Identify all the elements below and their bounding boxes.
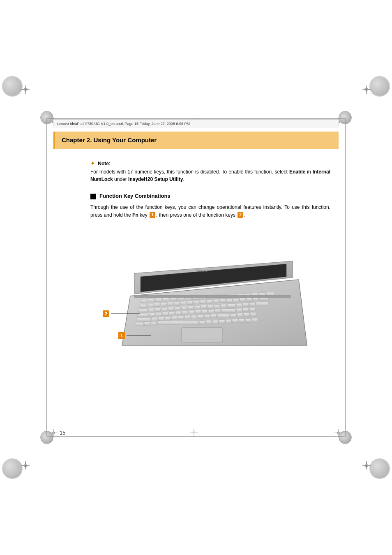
svg-rect-124 [157,321,198,325]
svg-rect-57 [174,302,180,305]
svg-rect-132 [245,319,251,322]
note-diamond-icon: ✦ [90,160,95,166]
svg-rect-112 [191,315,197,319]
section-bullet-icon [90,194,96,199]
svg-rect-55 [161,303,166,306]
section-heading: Function Key Combinations [99,193,171,199]
svg-rect-116 [217,314,230,318]
note-heading: ✦ Note: [90,160,330,166]
svg-rect-86 [243,303,249,307]
svg-rect-133 [252,318,258,322]
svg-rect-134 [182,328,223,342]
reg-mark-top-left [21,86,30,94]
reg-mark-bot-left [21,461,30,469]
svg-rect-104 [249,308,255,311]
svg-rect-71 [138,309,148,312]
svg-rect-75 [168,307,174,311]
svg-rect-65 [226,299,232,303]
function-section: Function Key Combinations Through the us… [90,193,330,219]
page-number: 15 [60,430,65,436]
badge-2: 2 [238,212,243,218]
svg-rect-59 [187,301,193,305]
svg-rect-53 [148,303,153,307]
svg-rect-36 [155,298,162,302]
reg-mark-mid-bot [190,429,198,437]
callout-line-2 [111,311,140,316]
svg-rect-115 [211,314,217,318]
svg-rect-56 [167,302,173,306]
svg-rect-96 [189,310,194,314]
svg-rect-66 [233,298,239,302]
svg-rect-103 [243,308,249,312]
reg-mark-bot-right [362,461,371,469]
svg-rect-60 [194,301,199,304]
svg-rect-109 [171,316,177,320]
callout-2-container: 2 [103,310,140,317]
svg-rect-106 [152,317,157,321]
svg-rect-127 [212,320,218,324]
svg-rect-123 [151,321,157,325]
svg-rect-125 [199,321,205,324]
svg-rect-119 [244,313,249,317]
callout-1-container: 1 [118,332,151,339]
svg-rect-54 [154,303,160,307]
svg-rect-95 [182,311,188,314]
reg-mark-inner-bl [49,429,58,437]
svg-rect-130 [232,319,238,323]
svg-rect-78 [188,306,194,310]
svg-rect-92 [162,312,168,316]
svg-rect-84 [227,304,235,308]
chapter-title: Chapter 2. Using Your Computer [62,136,157,143]
svg-rect-72 [148,308,154,312]
svg-rect-80 [201,305,207,309]
svg-rect-85 [236,303,242,307]
svg-rect-111 [184,315,190,319]
svg-rect-35 [148,298,154,302]
svg-rect-107 [158,317,164,321]
svg-rect-67 [240,298,245,302]
svg-rect-90 [149,313,155,317]
svg-rect-74 [161,308,167,311]
svg-rect-102 [236,308,242,312]
svg-rect-110 [178,316,184,319]
svg-rect-120 [250,312,256,316]
svg-rect-100 [215,309,221,313]
svg-rect-82 [214,305,220,308]
header-text: Lenovo IdeaPad Y730 UG V1.0_en.book Page… [57,122,190,126]
svg-rect-91 [156,312,161,316]
svg-rect-81 [208,305,213,309]
svg-rect-97 [195,310,201,314]
svg-rect-121 [136,322,143,326]
callout-badge-2: 2 [103,310,109,317]
svg-rect-122 [144,322,150,326]
content-area: ✦ Note: For models with 17 numeric keys,… [90,160,330,219]
svg-rect-58 [180,301,186,305]
svg-rect-63 [213,299,219,303]
svg-rect-87 [249,303,255,306]
svg-rect-73 [155,308,161,312]
svg-rect-37 [163,298,169,301]
svg-rect-64 [220,299,226,303]
svg-rect-94 [175,311,181,315]
svg-rect-76 [175,307,180,310]
svg-rect-34 [141,299,147,303]
note-section: ✦ Note: For models with 17 numeric keys,… [90,160,330,183]
svg-rect-68 [246,298,252,301]
svg-rect-114 [204,314,210,318]
svg-text:lenovo: lenovo [196,269,207,273]
svg-rect-69 [253,297,258,301]
svg-rect-62 [207,300,212,303]
svg-rect-38 [170,297,177,301]
section-text: Through the use of the function keys, yo… [90,204,330,219]
svg-rect-83 [221,304,226,308]
deco-circle-tr [369,76,390,97]
callout-badge-1: 1 [118,332,125,339]
svg-rect-128 [219,320,225,324]
svg-rect-117 [231,314,236,317]
svg-rect-79 [194,305,200,309]
svg-rect-126 [206,320,212,324]
svg-rect-52 [139,304,147,308]
svg-rect-131 [239,319,244,322]
deco-circle-br [369,458,390,479]
svg-rect-118 [237,313,243,317]
